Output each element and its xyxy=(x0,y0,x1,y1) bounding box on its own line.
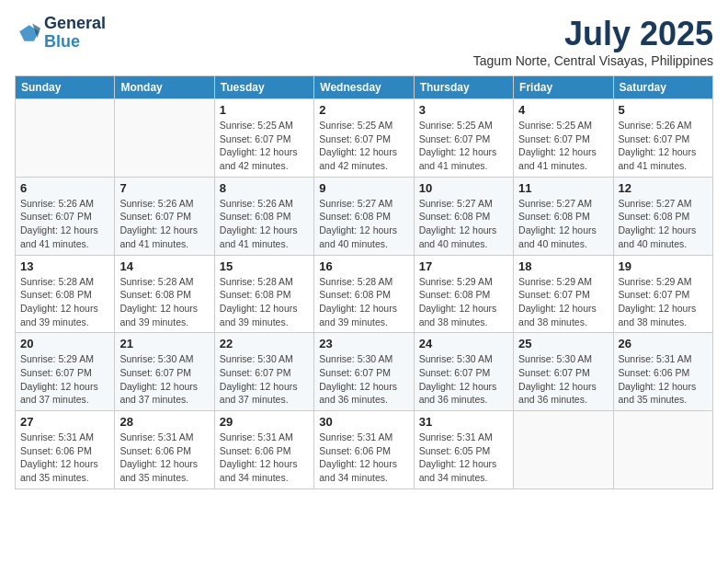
calendar-cell: 2Sunrise: 5:25 AM Sunset: 6:07 PM Daylig… xyxy=(314,99,414,178)
calendar-table: SundayMondayTuesdayWednesdayThursdayFrid… xyxy=(15,75,713,489)
day-number: 1 xyxy=(220,103,309,117)
day-number: 15 xyxy=(220,259,309,273)
day-number: 8 xyxy=(220,181,309,195)
day-info: Sunrise: 5:25 AM Sunset: 6:07 PM Dayligh… xyxy=(518,119,608,173)
day-number: 20 xyxy=(20,337,109,350)
calendar-cell xyxy=(115,99,214,178)
calendar-cell xyxy=(16,99,115,178)
calendar-cell: 25Sunrise: 5:30 AM Sunset: 6:07 PM Dayli… xyxy=(514,333,613,411)
day-number: 27 xyxy=(20,415,109,429)
calendar-cell: 24Sunrise: 5:30 AM Sunset: 6:07 PM Dayli… xyxy=(414,333,513,411)
title-block: July 2025 Tagum Norte, Central Visayas, … xyxy=(473,15,713,68)
calendar-week-1: 1Sunrise: 5:25 AM Sunset: 6:07 PM Daylig… xyxy=(16,99,713,178)
weekday-header-sunday: Sunday xyxy=(16,76,115,99)
weekday-header-tuesday: Tuesday xyxy=(214,76,313,99)
calendar-cell: 9Sunrise: 5:27 AM Sunset: 6:08 PM Daylig… xyxy=(314,177,414,255)
calendar-week-3: 13Sunrise: 5:28 AM Sunset: 6:08 PM Dayli… xyxy=(16,255,713,333)
day-info: Sunrise: 5:30 AM Sunset: 6:07 PM Dayligh… xyxy=(419,352,508,407)
day-number: 11 xyxy=(518,181,608,195)
day-number: 21 xyxy=(119,337,209,350)
day-info: Sunrise: 5:27 AM Sunset: 6:08 PM Dayligh… xyxy=(619,197,708,251)
day-number: 24 xyxy=(419,337,508,350)
weekday-header-saturday: Saturday xyxy=(613,76,712,99)
calendar-cell: 12Sunrise: 5:27 AM Sunset: 6:08 PM Dayli… xyxy=(613,177,712,255)
calendar-cell: 6Sunrise: 5:26 AM Sunset: 6:07 PM Daylig… xyxy=(16,177,115,255)
calendar-cell: 22Sunrise: 5:30 AM Sunset: 6:07 PM Dayli… xyxy=(214,333,313,411)
day-number: 18 xyxy=(518,259,608,273)
day-info: Sunrise: 5:30 AM Sunset: 6:07 PM Dayligh… xyxy=(220,352,309,407)
calendar-week-4: 20Sunrise: 5:29 AM Sunset: 6:07 PM Dayli… xyxy=(16,333,713,411)
weekday-header-monday: Monday xyxy=(115,76,214,99)
calendar-cell: 29Sunrise: 5:31 AM Sunset: 6:06 PM Dayli… xyxy=(214,411,313,489)
day-number: 16 xyxy=(319,259,408,273)
day-info: Sunrise: 5:26 AM Sunset: 6:08 PM Dayligh… xyxy=(220,197,309,251)
day-info: Sunrise: 5:26 AM Sunset: 6:07 PM Dayligh… xyxy=(20,197,109,251)
logo-icon xyxy=(15,20,40,46)
day-number: 14 xyxy=(119,259,209,273)
calendar-cell xyxy=(514,411,613,489)
calendar-cell: 26Sunrise: 5:31 AM Sunset: 6:06 PM Dayli… xyxy=(613,333,712,411)
day-number: 10 xyxy=(419,181,508,195)
logo-text: General Blue xyxy=(44,15,106,52)
day-info: Sunrise: 5:31 AM Sunset: 6:06 PM Dayligh… xyxy=(319,431,408,485)
day-info: Sunrise: 5:31 AM Sunset: 6:06 PM Dayligh… xyxy=(220,431,309,485)
day-number: 9 xyxy=(319,181,408,195)
calendar-cell: 28Sunrise: 5:31 AM Sunset: 6:06 PM Dayli… xyxy=(115,411,214,489)
calendar-cell: 3Sunrise: 5:25 AM Sunset: 6:07 PM Daylig… xyxy=(414,99,513,178)
logo: General Blue xyxy=(15,15,106,52)
calendar-cell: 13Sunrise: 5:28 AM Sunset: 6:08 PM Dayli… xyxy=(16,255,115,333)
calendar-cell xyxy=(613,411,712,489)
calendar-cell: 15Sunrise: 5:28 AM Sunset: 6:08 PM Dayli… xyxy=(214,255,313,333)
day-info: Sunrise: 5:27 AM Sunset: 6:08 PM Dayligh… xyxy=(319,197,408,251)
day-info: Sunrise: 5:26 AM Sunset: 6:07 PM Dayligh… xyxy=(119,197,209,251)
day-info: Sunrise: 5:26 AM Sunset: 6:07 PM Dayligh… xyxy=(619,119,708,173)
day-info: Sunrise: 5:30 AM Sunset: 6:07 PM Dayligh… xyxy=(319,352,408,407)
month-title: July 2025 xyxy=(473,15,713,53)
day-info: Sunrise: 5:30 AM Sunset: 6:07 PM Dayligh… xyxy=(119,352,209,407)
page-header: General Blue July 2025 Tagum Norte, Cent… xyxy=(15,15,713,68)
location-title: Tagum Norte, Central Visayas, Philippine… xyxy=(473,53,713,68)
calendar-cell: 5Sunrise: 5:26 AM Sunset: 6:07 PM Daylig… xyxy=(613,99,712,178)
day-number: 7 xyxy=(119,181,209,195)
day-number: 26 xyxy=(619,337,708,350)
day-info: Sunrise: 5:28 AM Sunset: 6:08 PM Dayligh… xyxy=(20,275,109,329)
day-info: Sunrise: 5:25 AM Sunset: 6:07 PM Dayligh… xyxy=(419,119,508,173)
day-number: 13 xyxy=(20,259,109,273)
day-info: Sunrise: 5:25 AM Sunset: 6:07 PM Dayligh… xyxy=(220,119,309,173)
calendar-cell: 17Sunrise: 5:29 AM Sunset: 6:08 PM Dayli… xyxy=(414,255,513,333)
calendar-cell: 27Sunrise: 5:31 AM Sunset: 6:06 PM Dayli… xyxy=(16,411,115,489)
calendar-cell: 1Sunrise: 5:25 AM Sunset: 6:07 PM Daylig… xyxy=(214,99,313,178)
day-number: 4 xyxy=(518,103,608,117)
day-number: 25 xyxy=(518,337,608,350)
day-number: 3 xyxy=(419,103,508,117)
day-info: Sunrise: 5:31 AM Sunset: 6:06 PM Dayligh… xyxy=(20,431,109,485)
day-number: 2 xyxy=(319,103,408,117)
day-info: Sunrise: 5:28 AM Sunset: 6:08 PM Dayligh… xyxy=(319,275,408,329)
day-info: Sunrise: 5:25 AM Sunset: 6:07 PM Dayligh… xyxy=(319,119,408,173)
weekday-header-friday: Friday xyxy=(514,76,613,99)
calendar-cell: 8Sunrise: 5:26 AM Sunset: 6:08 PM Daylig… xyxy=(214,177,313,255)
day-info: Sunrise: 5:31 AM Sunset: 6:06 PM Dayligh… xyxy=(119,431,209,485)
weekday-header-thursday: Thursday xyxy=(414,76,513,99)
calendar-cell: 30Sunrise: 5:31 AM Sunset: 6:06 PM Dayli… xyxy=(314,411,414,489)
day-number: 28 xyxy=(119,415,209,429)
day-info: Sunrise: 5:29 AM Sunset: 6:08 PM Dayligh… xyxy=(419,275,508,329)
day-number: 23 xyxy=(319,337,408,350)
calendar-cell: 14Sunrise: 5:28 AM Sunset: 6:08 PM Dayli… xyxy=(115,255,214,333)
calendar-week-2: 6Sunrise: 5:26 AM Sunset: 6:07 PM Daylig… xyxy=(16,177,713,255)
day-number: 30 xyxy=(319,415,408,429)
day-info: Sunrise: 5:31 AM Sunset: 6:06 PM Dayligh… xyxy=(619,352,708,407)
day-info: Sunrise: 5:28 AM Sunset: 6:08 PM Dayligh… xyxy=(220,275,309,329)
day-number: 19 xyxy=(619,259,708,273)
calendar-cell: 11Sunrise: 5:27 AM Sunset: 6:08 PM Dayli… xyxy=(514,177,613,255)
day-info: Sunrise: 5:27 AM Sunset: 6:08 PM Dayligh… xyxy=(419,197,508,251)
day-info: Sunrise: 5:29 AM Sunset: 6:07 PM Dayligh… xyxy=(20,352,109,407)
calendar-body: 1Sunrise: 5:25 AM Sunset: 6:07 PM Daylig… xyxy=(16,99,713,489)
day-info: Sunrise: 5:29 AM Sunset: 6:07 PM Dayligh… xyxy=(518,275,608,329)
calendar-cell: 21Sunrise: 5:30 AM Sunset: 6:07 PM Dayli… xyxy=(115,333,214,411)
day-number: 29 xyxy=(220,415,309,429)
day-info: Sunrise: 5:28 AM Sunset: 6:08 PM Dayligh… xyxy=(119,275,209,329)
calendar-week-5: 27Sunrise: 5:31 AM Sunset: 6:06 PM Dayli… xyxy=(16,411,713,489)
calendar-cell: 7Sunrise: 5:26 AM Sunset: 6:07 PM Daylig… xyxy=(115,177,214,255)
day-info: Sunrise: 5:27 AM Sunset: 6:08 PM Dayligh… xyxy=(518,197,608,251)
